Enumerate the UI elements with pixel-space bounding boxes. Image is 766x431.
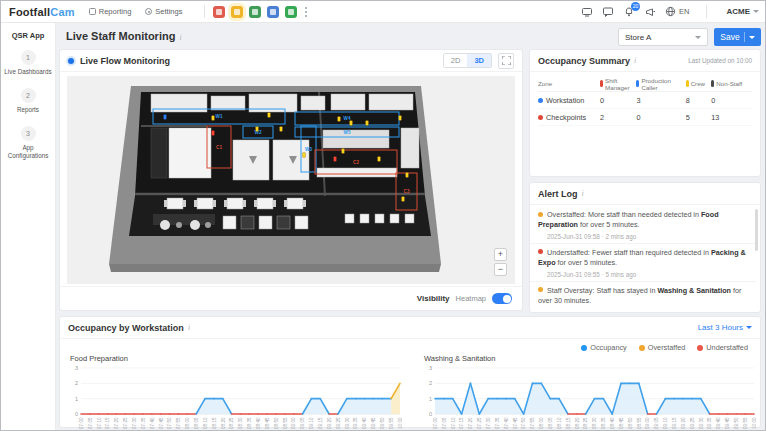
top-bar: FootfallCam Reporting Settings 20 EN ACM…	[1, 1, 766, 23]
zoom-out-button[interactable]: −	[494, 263, 507, 276]
staff-marker-red[interactable]	[212, 131, 215, 136]
store-selector[interactable]: Store A	[618, 28, 708, 46]
staff-marker-yellow[interactable]	[342, 149, 345, 154]
svg-text:2: 2	[429, 380, 432, 386]
alert-item[interactable]: Overstaffed: More staff than needed dete…	[530, 206, 756, 244]
sidebar-item-app-configurations[interactable]: 3App Configurations	[1, 126, 55, 160]
alert-severity-icon	[538, 287, 543, 292]
view-mode-3d-button[interactable]: 3D	[467, 54, 491, 67]
legend-overstaffed[interactable]: Overstaffed	[639, 343, 686, 352]
map-zoom-controls: + −	[494, 248, 507, 276]
nav-reporting[interactable]: Reporting	[89, 7, 132, 16]
svg-text:1: 1	[429, 396, 432, 402]
svg-text:07:10: 07:10	[451, 417, 456, 429]
staff-marker-yellow[interactable]	[338, 117, 341, 122]
alert-item[interactable]: Understaffed: Fewer staff than required …	[530, 244, 756, 282]
svg-text:08:35: 08:35	[247, 417, 252, 429]
svg-text:07:25: 07:25	[477, 417, 482, 429]
chevron-down-icon	[695, 36, 701, 39]
alert-list[interactable]: Overstaffed: More staff than needed dete…	[530, 206, 756, 310]
svg-text:08:05: 08:05	[548, 417, 553, 429]
svg-text:07:15: 07:15	[459, 417, 464, 429]
people-counting-app-icon[interactable]	[267, 6, 279, 18]
info-icon[interactable]: i	[179, 33, 181, 42]
announcement-icon[interactable]	[644, 6, 656, 18]
heatmap-toggle[interactable]	[492, 293, 512, 304]
svg-text:09:00: 09:00	[291, 417, 296, 429]
globe-icon	[665, 6, 676, 17]
chart-washing-sanitation: Washing & Sanitation012307:0007:0507:100…	[422, 354, 756, 431]
save-button[interactable]: Save	[714, 28, 761, 46]
svg-text:09:15: 09:15	[318, 417, 323, 429]
svg-text:08:40: 08:40	[256, 417, 261, 429]
legend-occupancy[interactable]: Occupancy	[581, 343, 627, 352]
svg-text:1: 1	[75, 396, 78, 402]
staff-marker-yellow[interactable]	[303, 153, 306, 158]
staff-marker-yellow[interactable]	[280, 127, 283, 132]
staff-marker-yellow[interactable]	[399, 116, 402, 121]
staff-marker-yellow[interactable]	[378, 157, 381, 162]
retail-app-icon[interactable]	[249, 6, 261, 18]
last-updated-label: Last Updated on 10:00	[688, 57, 752, 64]
more-apps-icon[interactable]	[301, 6, 311, 18]
staff-marker-yellow[interactable]	[268, 113, 271, 118]
svg-text:09:55: 09:55	[389, 417, 394, 429]
staff-marker-red[interactable]	[334, 157, 337, 162]
qsr-app-icon[interactable]	[231, 6, 243, 18]
nav-settings[interactable]: Settings	[145, 7, 182, 16]
svg-text:07:05: 07:05	[442, 417, 447, 429]
divider	[744, 32, 745, 42]
svg-text:09:55: 09:55	[743, 417, 748, 429]
staff-marker-yellow[interactable]	[366, 121, 369, 126]
svg-text:07:55: 07:55	[530, 417, 535, 429]
staff-app-icon[interactable]	[213, 6, 225, 18]
account-menu[interactable]: ACME	[726, 7, 759, 16]
svg-text:07:50: 07:50	[167, 417, 172, 429]
svg-text:07:45: 07:45	[513, 417, 518, 429]
live-flow-monitoring-panel: Live Flow Monitoring 2D 3D	[59, 49, 523, 311]
staff-marker-yellow[interactable]	[350, 121, 353, 126]
feedback-icon[interactable]	[602, 6, 614, 18]
calendar-app-icon[interactable]	[285, 6, 297, 18]
notifications-bell-icon[interactable]: 20	[623, 6, 635, 18]
svg-text:3: 3	[429, 365, 432, 371]
svg-text:08:15: 08:15	[566, 417, 571, 429]
view-mode-2d-button[interactable]: 2D	[444, 54, 468, 67]
staff-marker-blue[interactable]	[164, 115, 167, 120]
sidebar-item-live-dashboards[interactable]: 1Live Dashboards	[1, 50, 55, 76]
svg-text:07:35: 07:35	[141, 417, 146, 429]
svg-text:07:40: 07:40	[150, 417, 155, 429]
info-icon[interactable]: i	[188, 323, 190, 332]
display-icon[interactable]	[581, 6, 593, 18]
fullscreen-icon[interactable]	[498, 53, 514, 69]
app-icons	[213, 6, 297, 18]
alert-item[interactable]: Staff Overstay: Staff has stayed in Wash…	[530, 282, 756, 310]
floor-plan-map[interactable]: W1W2W3W4W5C1C2C3 + −	[67, 76, 515, 284]
svg-text:09:50: 09:50	[380, 417, 385, 429]
staff-marker-yellow[interactable]	[406, 173, 409, 178]
scrollbar[interactable]	[755, 209, 758, 251]
svg-text:07:45: 07:45	[159, 417, 164, 429]
chevron-down-icon	[753, 10, 759, 13]
sidebar-item-reports[interactable]: 2Reports	[1, 88, 55, 114]
staff-marker-yellow[interactable]	[256, 127, 259, 132]
svg-text:08:45: 08:45	[265, 417, 270, 429]
svg-text:09:45: 09:45	[725, 417, 730, 429]
svg-text:09:10: 09:10	[663, 417, 668, 429]
footfallcam-logo[interactable]: FootfallCam	[9, 6, 75, 18]
svg-text:07:30: 07:30	[132, 417, 137, 429]
info-icon[interactable]: i	[582, 189, 584, 198]
staff-marker-yellow[interactable]	[402, 197, 405, 202]
sidebar-title: QSR App	[1, 31, 55, 40]
language-selector[interactable]: EN	[665, 6, 689, 17]
time-range-selector[interactable]: Last 3 Hours	[698, 323, 752, 332]
svg-text:C3: C3	[404, 189, 410, 194]
info-icon[interactable]: i	[634, 56, 636, 65]
staff-marker-yellow[interactable]	[212, 116, 215, 121]
svg-text:07:40: 07:40	[504, 417, 509, 429]
zoom-in-button[interactable]: +	[494, 248, 507, 261]
svg-text:08:40: 08:40	[610, 417, 615, 429]
reporting-icon	[89, 8, 96, 15]
legend-understaffed[interactable]: Understaffed	[697, 343, 748, 352]
svg-text:08:25: 08:25	[583, 417, 588, 429]
